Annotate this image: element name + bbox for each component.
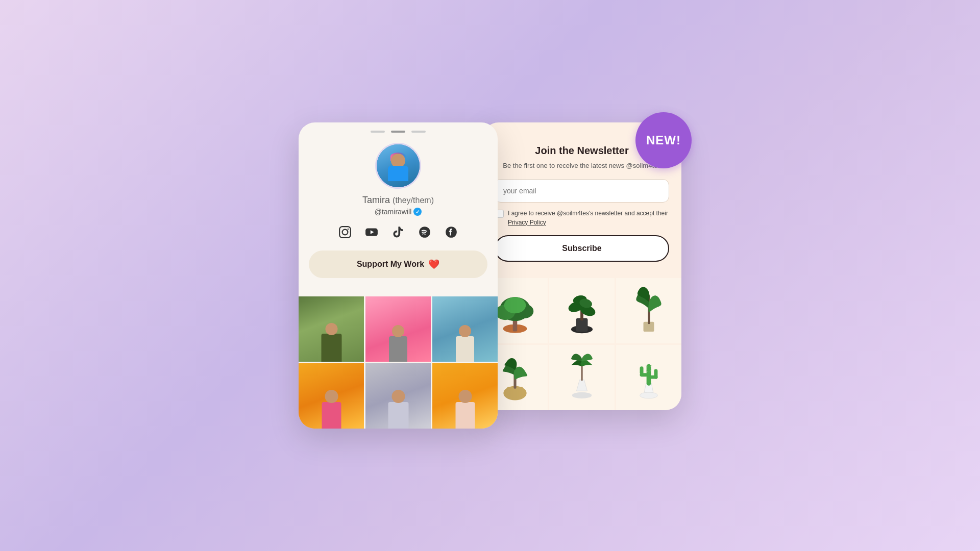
scene: Tamira (they/them) @tamirawill ✓ <box>299 122 681 429</box>
plant-rubber-svg <box>557 286 606 335</box>
plant-cell-3[interactable] <box>616 278 681 343</box>
photo-cell-3[interactable] <box>432 296 498 362</box>
svg-point-27 <box>640 392 658 398</box>
photo-cell-5[interactable] <box>365 363 431 429</box>
photo-cell-2[interactable] <box>365 296 431 362</box>
privacy-policy-link[interactable]: Privacy Policy <box>508 219 546 226</box>
photo-cell-4[interactable] <box>299 363 364 429</box>
svg-point-25 <box>572 392 592 398</box>
svg-point-1 <box>342 230 348 235</box>
facebook-icon[interactable] <box>443 224 459 240</box>
heart-emoji: ❤️ <box>428 259 439 270</box>
plant-cell-5[interactable] <box>549 345 615 410</box>
plant-cell-2[interactable] <box>549 278 615 343</box>
dot-3 <box>411 131 426 133</box>
instagram-icon[interactable] <box>337 224 353 240</box>
photo-grid <box>299 296 498 429</box>
plant-fiddle-svg <box>491 353 540 402</box>
dot-1 <box>371 131 385 133</box>
profile-section: Tamira (they/them) @tamirawill ✓ <box>299 137 498 288</box>
right-wrapper: NEW! Join the Newsletter Be the first on… <box>498 122 681 410</box>
person-body <box>388 166 408 181</box>
social-icons-row <box>337 224 459 240</box>
left-phone-card: Tamira (they/them) @tamirawill ✓ <box>299 122 498 429</box>
subscribe-button[interactable]: Subscribe <box>495 235 669 262</box>
svg-point-12 <box>504 297 526 313</box>
plant-cactus-svg <box>624 353 673 402</box>
new-badge-label: NEW! <box>646 133 681 147</box>
photo-cell-6[interactable] <box>432 363 498 429</box>
dot-2 <box>391 131 405 133</box>
svg-rect-0 <box>339 227 351 238</box>
newsletter-description: Be the first one to receive the latest n… <box>495 161 669 171</box>
checkbox-row: I agree to receive @soilm4tes's newslett… <box>495 209 669 227</box>
svg-point-2 <box>348 229 349 230</box>
youtube-icon[interactable] <box>363 224 380 240</box>
support-my-work-button[interactable]: Support My Work ❤️ <box>309 251 487 278</box>
profile-handle: @tamirawill ✓ <box>375 208 422 216</box>
svg-rect-30 <box>640 366 644 374</box>
profile-name: Tamira (they/them) <box>362 195 434 206</box>
plant-grid <box>482 278 681 410</box>
pagination-dots <box>299 122 498 137</box>
tiktok-icon[interactable] <box>390 224 406 240</box>
photo-cell-1[interactable] <box>299 296 364 362</box>
plant-bonsai-svg <box>491 286 540 335</box>
spotify-icon[interactable] <box>416 224 433 240</box>
avatar-image <box>377 144 420 187</box>
plant-dracaena-svg <box>557 353 606 402</box>
plant-cell-6[interactable] <box>616 345 681 410</box>
new-badge: NEW! <box>635 112 692 168</box>
checkbox-label: I agree to receive @soilm4tes's newslett… <box>508 209 668 227</box>
avatar <box>375 143 421 189</box>
email-input[interactable] <box>495 179 669 203</box>
plant-tall-svg <box>624 286 673 335</box>
verified-badge: ✓ <box>413 208 422 216</box>
svg-rect-32 <box>654 369 657 379</box>
svg-point-6 <box>446 227 457 238</box>
